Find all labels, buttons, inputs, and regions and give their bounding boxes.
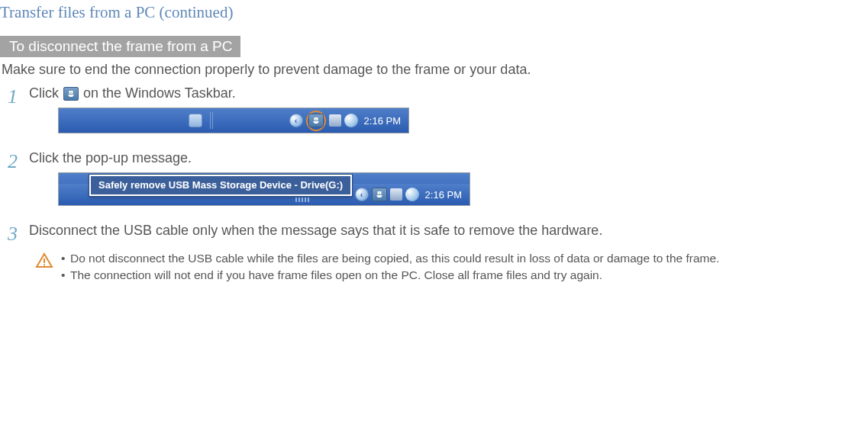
step-1-pre: Click xyxy=(29,85,59,101)
caution-item: The connection will not end if you have … xyxy=(61,267,719,284)
system-tray: ‹ 2:16 PM xyxy=(289,111,408,131)
safely-remove-tooltip: Safely remove USB Mass Storage Device - … xyxy=(89,175,352,196)
step-number: 3 xyxy=(8,223,29,244)
tray-generic-icon xyxy=(390,188,402,201)
step-2: 2 Click the pop-up message. Safely remov… xyxy=(8,150,868,217)
intro-text: Make sure to end the connection properly… xyxy=(0,62,868,78)
taskbar-app-icon xyxy=(189,114,202,127)
svg-rect-0 xyxy=(44,259,45,263)
page-title: Transfer files from a PC (continued) xyxy=(0,0,868,36)
section-heading: To disconnect the frame from a PC xyxy=(0,36,240,57)
caution-item: Do not disconnect the USB cable while th… xyxy=(61,250,719,267)
highlight-circle-icon xyxy=(306,111,326,131)
taskbar-clock: 2:16 PM xyxy=(361,115,401,127)
step-number: 2 xyxy=(8,150,29,172)
warning-icon xyxy=(35,250,55,273)
step-1-post: on the Windows Taskbar. xyxy=(83,85,236,101)
step-1: 1 Click on the Windows Taskbar. ‹ xyxy=(8,85,868,144)
step-number: 1 xyxy=(8,85,29,107)
taskbar-grip-icon xyxy=(295,198,311,202)
safely-remove-hardware-tray-icon xyxy=(308,114,324,127)
steps-list: 1 Click on the Windows Taskbar. ‹ xyxy=(0,85,868,284)
network-icon xyxy=(344,114,358,127)
safely-remove-hardware-icon xyxy=(63,87,79,101)
network-icon xyxy=(405,188,419,201)
caution-block: Do not disconnect the USB cable while th… xyxy=(8,250,868,284)
tray-generic-icon xyxy=(329,114,341,127)
step-3: 3 Disconnect the USB cable only when the… xyxy=(8,223,868,244)
taskbar-screenshot-2: Safely remove USB Mass Storage Device - … xyxy=(58,172,470,206)
tray-expand-arrow-icon: ‹ xyxy=(289,114,303,127)
caution-list: Do not disconnect the USB cable while th… xyxy=(61,250,719,284)
safely-remove-hardware-tray-icon xyxy=(372,188,387,201)
taskbar-screenshot-1: ‹ 2:16 PM xyxy=(58,108,409,133)
step-2-text: Click the pop-up message. xyxy=(29,150,868,166)
taskbar-clock: 2:16 PM xyxy=(422,189,462,201)
system-tray: ‹ 2:16 PM xyxy=(355,188,469,201)
step-1-text: Click on the Windows Taskbar. xyxy=(29,85,868,101)
step-3-text: Disconnect the USB cable only when the m… xyxy=(29,223,868,239)
tray-expand-arrow-icon: ‹ xyxy=(355,188,369,201)
svg-rect-1 xyxy=(44,265,45,266)
taskbar-divider-icon xyxy=(210,112,215,129)
